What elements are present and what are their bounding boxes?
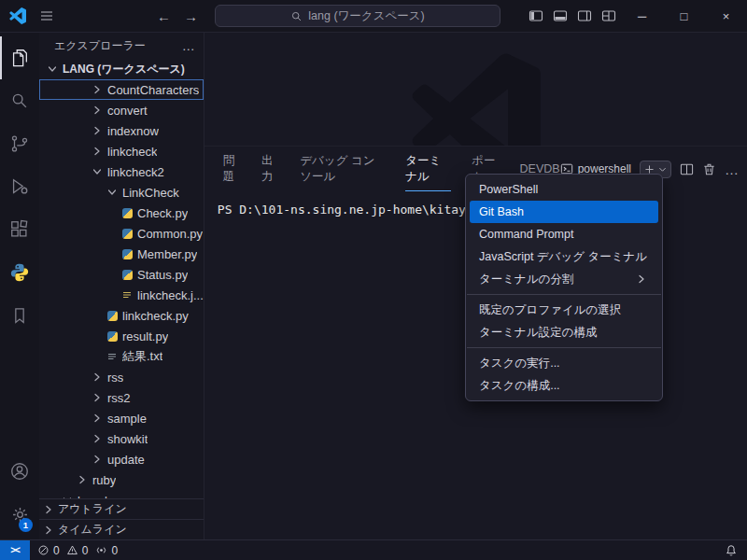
sidebar-section-1[interactable]: タイムライン xyxy=(39,519,204,539)
file-icon xyxy=(105,349,120,364)
chevron-right-icon xyxy=(90,431,105,446)
tree-item-label: ruby xyxy=(92,473,116,487)
vscode-window: ← → lang (ワークスペース) ─ □ × xyxy=(0,0,747,560)
tree-folder-20[interactable]: ruby xyxy=(39,469,204,490)
menu-item-label: PowerShell xyxy=(479,183,538,196)
tree-folder-18[interactable]: showkit xyxy=(39,428,204,449)
activity-account[interactable] xyxy=(0,450,39,493)
activity-explorer[interactable] xyxy=(0,36,39,79)
tree-folder-21[interactable]: hogehoge xyxy=(39,490,204,498)
tree-item-label: showkit xyxy=(107,432,148,446)
panel-more-actions-icon[interactable]: … xyxy=(725,161,740,177)
menu-item-2[interactable]: Command Prompt xyxy=(470,223,658,245)
tree-folder-2[interactable]: convert xyxy=(39,100,204,120)
python-icon xyxy=(9,262,30,283)
activity-settings[interactable]: 1 xyxy=(0,493,39,536)
remote-indicator[interactable]: >< xyxy=(0,540,30,560)
search-icon xyxy=(9,91,30,111)
menu-item-4[interactable]: ターミナルの分割 xyxy=(470,268,658,290)
activity-bookmarks[interactable] xyxy=(0,294,39,337)
tree-file-14[interactable]: 結果.txt xyxy=(39,346,204,367)
sidebar-more-actions-icon[interactable]: … xyxy=(182,38,196,53)
extensions-icon xyxy=(9,219,30,240)
menu-separator xyxy=(467,347,661,348)
problems-status[interactable]: 0 0 xyxy=(37,544,88,557)
toggle-panel-icon[interactable] xyxy=(548,4,572,28)
tree-folder-6[interactable]: LinkCheck xyxy=(39,182,204,203)
python-file-icon xyxy=(120,246,134,261)
tree-file-8[interactable]: Common.py xyxy=(39,223,204,244)
tree-item-label: linkcheck xyxy=(107,145,157,159)
nav-forward-icon[interactable]: → xyxy=(184,8,198,24)
panel-tab-2[interactable]: デバッグ コンソール xyxy=(300,147,385,191)
toggle-primary-sidebar-icon[interactable] xyxy=(524,4,548,28)
kill-terminal-trash-icon[interactable] xyxy=(702,162,716,176)
editor-area[interactable] xyxy=(204,33,747,146)
tree-file-11[interactable]: linkcheck.j... xyxy=(39,285,204,305)
tree-item-label: Common.py xyxy=(137,227,203,241)
activity-extensions[interactable] xyxy=(0,208,39,251)
menu-item-label: タスクの構成... xyxy=(479,378,560,394)
tree-folder-16[interactable]: rss2 xyxy=(39,387,204,408)
menu-hamburger-icon[interactable] xyxy=(39,8,54,23)
nav-back-icon[interactable]: ← xyxy=(157,8,171,24)
terminal-prompt: PS D:\101-ns.sing.ne.jp-home\kitayama xyxy=(218,203,488,217)
chevron-right-icon xyxy=(90,390,105,405)
window-close-button[interactable]: × xyxy=(705,0,747,32)
chevron-down-icon xyxy=(45,62,60,77)
tree-folder-19[interactable]: update xyxy=(39,449,204,469)
chevron-right-icon xyxy=(41,502,56,517)
panel-tab-0[interactable]: 問題 xyxy=(223,147,241,191)
activity-source-control[interactable] xyxy=(0,122,39,165)
tree-item-label: convert xyxy=(107,104,148,118)
panel-tab-1[interactable]: 出力 xyxy=(261,147,279,191)
chevron-right-icon xyxy=(90,411,105,426)
menu-item-9[interactable]: タスクの実行... xyxy=(470,352,658,374)
menu-item-1[interactable]: Git Bash xyxy=(470,201,658,223)
menu-item-6[interactable]: 既定のプロファイルの選択 xyxy=(470,299,658,321)
tree-item-label: 結果.txt xyxy=(122,348,162,365)
activity-search[interactable] xyxy=(0,79,39,122)
window-maximize-button[interactable]: □ xyxy=(663,0,705,32)
tree-folder-5[interactable]: linkcheck2 xyxy=(39,161,204,182)
chevron-right-icon xyxy=(90,452,105,467)
toggle-secondary-sidebar-icon[interactable] xyxy=(572,4,597,28)
tree-folder-3[interactable]: indexnow xyxy=(39,120,204,141)
tree-item-label: rss xyxy=(107,371,123,385)
tree-folder-0[interactable]: LANG (ワークスペース) xyxy=(39,59,204,79)
notifications-bell-icon[interactable] xyxy=(725,544,738,557)
tree-file-9[interactable]: Member.py xyxy=(39,244,204,264)
activity-bar: 1 xyxy=(0,33,39,539)
tree-file-13[interactable]: result.py xyxy=(39,326,204,346)
python-file-icon xyxy=(105,308,120,323)
split-terminal-icon[interactable] xyxy=(680,162,694,176)
tree-folder-15[interactable]: rss xyxy=(39,367,204,387)
tree-item-label: LANG (ワークスペース) xyxy=(63,62,185,77)
tree-file-7[interactable]: Check.py xyxy=(39,203,204,223)
menu-item-7[interactable]: ターミナル設定の構成 xyxy=(470,321,658,343)
customize-layout-icon[interactable] xyxy=(597,4,621,28)
tree-folder-1[interactable]: CountCharacters xyxy=(39,79,204,100)
broadcast-status[interactable]: 0 xyxy=(95,544,118,557)
debug-icon xyxy=(9,176,30,197)
window-minimize-button[interactable]: ─ xyxy=(621,0,663,32)
command-center-search[interactable]: lang (ワークスペース) xyxy=(215,5,500,27)
chevron-right-icon xyxy=(75,472,90,487)
tree-file-10[interactable]: Status.py xyxy=(39,264,204,285)
menu-item-10[interactable]: タスクの構成... xyxy=(470,374,658,397)
chevron-right-icon xyxy=(90,370,105,385)
tree-folder-17[interactable]: sample xyxy=(39,408,204,428)
submenu-chevron-icon xyxy=(634,272,649,287)
bookmark-icon xyxy=(10,306,29,325)
tree-folder-4[interactable]: linkcheck xyxy=(39,141,204,161)
chevron-down-icon xyxy=(105,185,120,200)
menu-item-0[interactable]: PowerShell xyxy=(470,178,658,201)
tree-file-12[interactable]: linkcheck.py xyxy=(39,305,204,326)
search-icon xyxy=(290,10,303,22)
panel-tab-3[interactable]: ターミナル xyxy=(405,147,451,191)
sidebar-section-0[interactable]: アウトライン xyxy=(39,498,204,519)
menu-item-3[interactable]: JavaScript デバッグ ターミナル xyxy=(470,245,658,268)
activity-python[interactable] xyxy=(0,251,39,294)
status-bar: >< 0 0 0 xyxy=(0,539,747,560)
activity-run-debug[interactable] xyxy=(0,165,39,208)
